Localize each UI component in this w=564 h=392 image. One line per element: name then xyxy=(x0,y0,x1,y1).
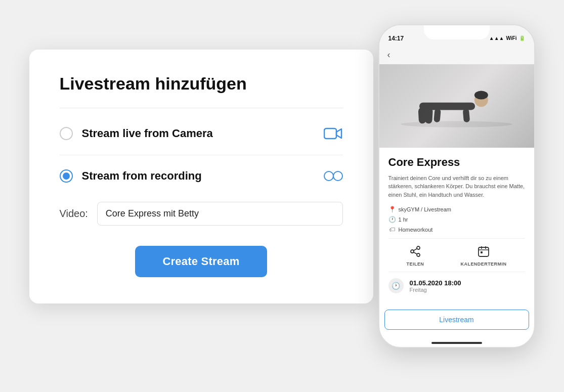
meta-duration-row: 🕐 1 hr xyxy=(388,216,525,223)
radio-inner-fill xyxy=(63,172,70,180)
phone-notch xyxy=(424,25,490,39)
schedule-day: Freitag xyxy=(410,287,461,293)
rec-circle-left xyxy=(324,171,334,181)
camera-option-row[interactable]: Stream live from Camera xyxy=(60,126,343,141)
livestream-btn-wrapper: Livestream xyxy=(379,306,534,338)
svg-rect-14 xyxy=(479,247,489,256)
phone-content: ‹ xyxy=(379,48,534,347)
svg-line-12 xyxy=(413,249,417,251)
meta-tag-row: 🏷 Homeworkout xyxy=(388,226,525,233)
tag-icon: 🏷 xyxy=(388,226,396,233)
meta-location-row: 📍 skyGYM / Livestream xyxy=(388,206,525,213)
home-indicator xyxy=(431,342,482,344)
video-label: Video: xyxy=(60,208,88,220)
svg-rect-6 xyxy=(433,109,441,123)
phone-hero-image xyxy=(379,64,534,148)
phone-back-bar[interactable]: ‹ xyxy=(379,48,534,64)
recording-radio[interactable] xyxy=(60,169,73,183)
meta-tag-text: Homeworkout xyxy=(399,227,433,233)
svg-point-11 xyxy=(417,253,420,256)
livestream-dialog: Livestream hinzufügen Stream live from C… xyxy=(29,50,373,303)
svg-point-10 xyxy=(411,250,414,253)
status-time: 14:17 xyxy=(388,35,404,42)
create-stream-button[interactable]: Create Stream xyxy=(135,246,267,277)
schedule-row: 🕐 01.05.2020 18:00 Freitag xyxy=(388,272,525,297)
svg-point-9 xyxy=(417,246,420,249)
livestream-button[interactable]: Livestream xyxy=(384,310,529,330)
share-label: TEILEN xyxy=(407,262,424,267)
camera-icon xyxy=(324,126,343,141)
rec-circle-right xyxy=(333,171,343,181)
phone-mockup: 14:17 ▲▲▲ WiFi 🔋 ‹ xyxy=(378,24,535,348)
video-input[interactable] xyxy=(97,202,343,226)
svg-point-1 xyxy=(401,121,512,127)
camera-option-label: Stream live from Camera xyxy=(82,127,316,140)
schedule-info: 01.05.2020 18:00 Freitag xyxy=(410,279,461,293)
svg-line-13 xyxy=(413,252,417,254)
plank-figure-svg xyxy=(395,84,518,127)
meta-location-text: skyGYM / Livestream xyxy=(399,206,452,212)
share-icon xyxy=(410,246,420,259)
svg-rect-8 xyxy=(425,107,433,124)
schedule-clock-icon: 🕐 xyxy=(388,278,404,293)
phone-body: Core Express Trainiert deinen Core und v… xyxy=(379,148,534,306)
meta-duration-text: 1 hr xyxy=(399,216,408,223)
workout-description: Trainiert deinen Core und verhilft dir s… xyxy=(388,174,525,199)
svg-point-4 xyxy=(474,91,488,100)
status-icons: ▲▲▲ WiFi 🔋 xyxy=(489,35,525,41)
svg-rect-5 xyxy=(463,109,470,123)
calendar-icon xyxy=(478,246,489,259)
back-chevron-icon[interactable]: ‹ xyxy=(387,50,391,60)
calendar-label: KALENDERTERMIN xyxy=(461,262,507,267)
phone-actions: TEILEN KALENDERTERMIN xyxy=(388,238,525,272)
recording-option-label: Stream from recording xyxy=(82,169,317,183)
location-icon: 📍 xyxy=(388,206,396,213)
dialog-title: Livestream hinzufügen xyxy=(60,74,343,108)
workout-title: Core Express xyxy=(388,156,525,169)
recording-option-row[interactable]: Stream from recording xyxy=(60,155,343,183)
camera-radio[interactable] xyxy=(60,127,73,140)
calendar-action[interactable]: KALENDERTERMIN xyxy=(461,246,507,267)
share-action[interactable]: TEILEN xyxy=(407,246,424,267)
signal-icon: ▲▲▲ xyxy=(489,35,504,41)
schedule-date: 01.05.2020 18:00 xyxy=(410,279,461,287)
svg-rect-18 xyxy=(481,251,483,253)
wifi-icon: WiFi xyxy=(506,35,516,41)
video-row: Video: xyxy=(60,197,343,226)
svg-rect-0 xyxy=(324,128,336,139)
battery-icon: 🔋 xyxy=(519,35,525,41)
recording-icon xyxy=(324,171,343,181)
clock-meta-icon: 🕐 xyxy=(388,216,396,223)
